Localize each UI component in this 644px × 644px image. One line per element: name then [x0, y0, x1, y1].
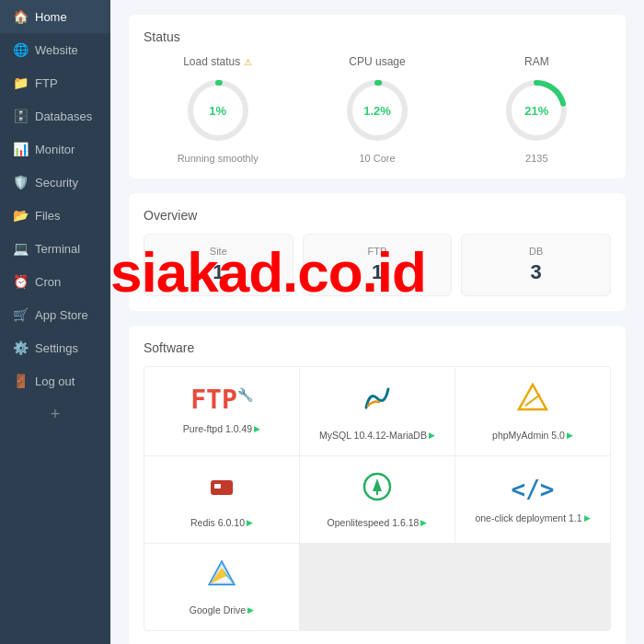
overview-card-value: 1	[155, 260, 282, 284]
sidebar-item-terminal[interactable]: 💻 Terminal	[0, 232, 110, 265]
sidebar-label: Terminal	[35, 242, 80, 256]
software-card-icon	[361, 382, 394, 422]
overview-title: Overview	[144, 208, 611, 223]
svg-marker-6	[519, 385, 546, 409]
sidebar-item-security[interactable]: 🛡️ Security	[0, 166, 110, 199]
software-card-mysql[interactable]: MySQL 10.4.12-MariaDB▶	[300, 367, 454, 455]
sidebar-item-databases[interactable]: 🗄️ Databases	[0, 99, 110, 132]
status-card: CPU usage 1.2% 10 Core	[303, 55, 451, 164]
software-grid: FTP🔧 Pure-ftpd 1.0.49▶ MySQL 10.4.12-Mar…	[144, 366, 611, 631]
software-arrow-icon: ▶	[429, 431, 435, 440]
sidebar-icon: 🌐	[13, 42, 28, 57]
sidebar-item-settings[interactable]: ⚙️ Settings	[0, 331, 110, 364]
donut-value: 21%	[524, 104, 548, 118]
sidebar-label: Databases	[35, 109, 92, 123]
sidebar-label: Website	[35, 43, 78, 57]
overview-section: Overview Site 1 FTP 1 DB 3	[129, 193, 626, 311]
software-card-ftp[interactable]: FTP🔧 Pure-ftpd 1.0.49▶	[144, 367, 299, 455]
software-card-name: Pure-ftpd 1.0.49▶	[183, 423, 260, 434]
sidebar-icon: 🛡️	[13, 175, 28, 190]
overview-card-label: DB	[473, 246, 599, 257]
software-card-icon: FTP🔧	[190, 382, 253, 416]
overview-card: FTP 1	[303, 234, 453, 296]
sidebar-icon: ⏰	[13, 274, 28, 289]
software-card-name: MySQL 10.4.12-MariaDB▶	[319, 430, 435, 441]
donut-value: 1.2%	[363, 104, 391, 118]
status-indicator: ⚠	[244, 57, 252, 67]
software-card-icon	[206, 471, 237, 510]
status-card-sub: 10 Core	[359, 153, 395, 164]
status-card-title: RAM	[524, 55, 549, 68]
software-arrow-icon: ▶	[584, 513, 591, 523]
software-card-name: Google Drive▶	[190, 604, 254, 615]
sidebar-item-website[interactable]: 🌐 Website	[0, 33, 110, 66]
sidebar-icon: 📁	[13, 75, 28, 90]
software-card-icon	[362, 471, 393, 510]
sidebar: 🏠 Home🌐 Website📁 FTP🗄️ Databases📊 Monito…	[0, 0, 110, 644]
sidebar-label: Security	[35, 176, 78, 190]
software-card-phpmyadmin[interactable]: phpMyAdmin 5.0▶	[455, 367, 610, 455]
sidebar-label: Files	[35, 209, 60, 223]
software-arrow-icon: ▶	[254, 424, 260, 433]
sidebar-icon: 📊	[13, 142, 28, 156]
sidebar-icon: 📂	[13, 208, 28, 223]
software-card-ols[interactable]: Openlitespeed 1.6.18▶	[300, 456, 454, 543]
sidebar-item-cron[interactable]: ⏰ Cron	[0, 265, 110, 298]
software-card-icon	[206, 558, 237, 597]
status-card: Load status ⚠ 1% Running smoothly	[144, 55, 292, 164]
sidebar-item-home[interactable]: 🏠 Home	[0, 0, 110, 33]
status-card-title: CPU usage	[349, 55, 405, 68]
overview-cards: Site 1 FTP 1 DB 3	[144, 234, 611, 296]
software-card-name: one-click deployment 1.1▶	[475, 512, 590, 523]
overview-card-value: 3	[473, 260, 599, 284]
software-card-deploy[interactable]: </> one-click deployment 1.1▶	[455, 456, 610, 543]
sidebar-label: App Store	[35, 308, 88, 322]
software-card-redis[interactable]: Redis 6.0.10▶	[144, 456, 299, 543]
main-content: Status Load status ⚠ 1% Running smoothly…	[110, 0, 644, 644]
status-section: Status Load status ⚠ 1% Running smoothly…	[129, 15, 626, 178]
sidebar-item-app-store[interactable]: 🛒 App Store	[0, 298, 110, 331]
software-arrow-icon: ▶	[567, 431, 573, 440]
overview-card: Site 1	[144, 234, 293, 296]
sidebar-add-button[interactable]: +	[0, 397, 110, 431]
sidebar-icon: 💻	[13, 241, 28, 256]
software-card-icon: </>	[512, 471, 555, 505]
donut-ring: 1%	[181, 74, 255, 147]
sidebar-label: Settings	[35, 341, 78, 355]
software-title: Software	[144, 340, 611, 355]
sidebar-item-monitor[interactable]: 📊 Monitor	[0, 132, 110, 166]
sidebar-item-log-out[interactable]: 🚪 Log out	[0, 364, 110, 397]
sidebar-label: Cron	[35, 275, 61, 289]
software-arrow-icon: ▶	[247, 518, 253, 527]
overview-card-label: FTP	[315, 246, 441, 257]
sidebar-label: FTP	[35, 76, 58, 90]
overview-card: DB 3	[461, 234, 611, 296]
donut-value: 1%	[209, 104, 226, 118]
status-card-sub: 2135	[525, 153, 547, 164]
software-card-gdrive[interactable]: Google Drive▶	[144, 544, 299, 630]
sidebar-label: Log out	[35, 374, 75, 388]
svg-rect-9	[214, 484, 221, 489]
sidebar-label: Monitor	[35, 143, 75, 156]
status-title: Status	[144, 29, 611, 44]
svg-rect-8	[211, 480, 233, 495]
sidebar-item-files[interactable]: 📂 Files	[0, 199, 110, 232]
software-card-name: Redis 6.0.10▶	[190, 517, 253, 528]
sidebar-label: Home	[35, 10, 67, 24]
overview-card-label: Site	[155, 246, 282, 257]
sidebar-icon: 🛒	[13, 307, 28, 322]
sidebar-icon: 🏠	[13, 9, 28, 24]
status-cards: Load status ⚠ 1% Running smoothly CPU us…	[144, 55, 611, 164]
donut-ring: 1.2%	[340, 74, 414, 147]
overview-card-value: 1	[315, 260, 441, 284]
software-arrow-icon: ▶	[247, 605, 254, 615]
status-card-sub: Running smoothly	[178, 153, 259, 164]
software-card-name: phpMyAdmin 5.0▶	[492, 430, 573, 441]
status-card: RAM 21% 2135	[463, 55, 611, 164]
sidebar-icon: 🗄️	[13, 109, 28, 123]
svg-line-7	[525, 395, 540, 406]
software-section: Software FTP🔧 Pure-ftpd 1.0.49▶ MySQL 10…	[129, 326, 626, 644]
sidebar-item-ftp[interactable]: 📁 FTP	[0, 66, 110, 99]
software-arrow-icon: ▶	[420, 518, 427, 527]
svg-marker-11	[373, 478, 382, 491]
